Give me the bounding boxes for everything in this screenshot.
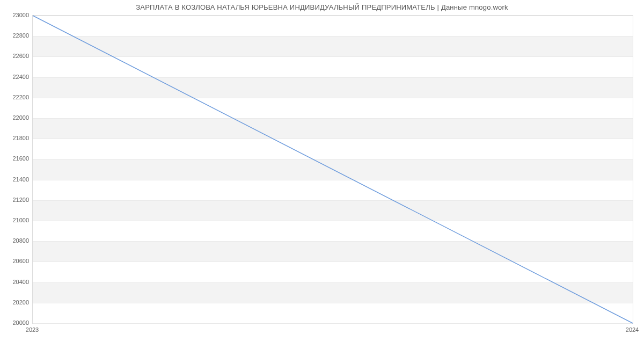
x-tick-label: 2023 [26, 326, 39, 333]
y-tick-label: 21400 [12, 176, 29, 183]
y-tick-label: 21200 [12, 197, 29, 203]
y-tick-label: 21600 [12, 155, 29, 162]
y-tick-label: 20600 [12, 258, 29, 264]
y-tick-label: 23000 [12, 12, 29, 18]
chart-container: ЗАРПЛАТА В КОЗЛОВА НАТАЛЬЯ ЮРЬЕВНА ИНДИВ… [0, 0, 644, 349]
y-tick-label: 22200 [12, 94, 29, 100]
x-tick-label: 2024 [626, 326, 639, 333]
y-tick-label: 22000 [12, 114, 29, 121]
y-tick-label: 21800 [12, 135, 29, 141]
y-tick-label: 20400 [12, 279, 29, 285]
y-tick-label: 22400 [12, 74, 29, 80]
chart-title: ЗАРПЛАТА В КОЗЛОВА НАТАЛЬЯ ЮРЬЕВНА ИНДИВ… [0, 3, 644, 11]
y-tick-label: 22600 [12, 53, 29, 59]
y-tick-label: 22800 [12, 32, 29, 39]
y-tick-label: 20000 [12, 319, 29, 326]
line-series [33, 16, 633, 323]
y-tick-label: 21000 [12, 217, 29, 223]
plot-area [32, 15, 633, 324]
y-tick-label: 20200 [12, 299, 29, 306]
line-path [33, 16, 633, 323]
y-gridline [33, 323, 633, 324]
y-tick-label: 20800 [12, 237, 29, 244]
